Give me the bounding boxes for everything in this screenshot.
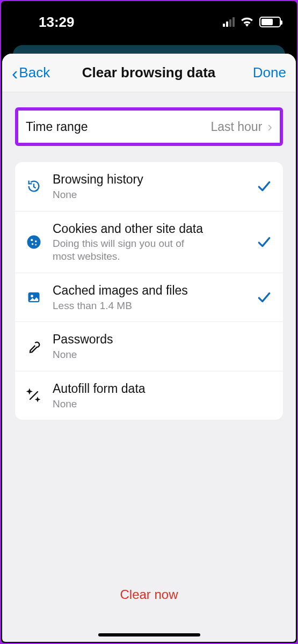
item-subtitle: Less than 1.4 MB (53, 299, 246, 312)
chevron-right-icon: › (267, 119, 272, 135)
item-title: Cached images and files (53, 283, 246, 298)
clear-now-button[interactable]: Clear now (120, 587, 178, 602)
home-indicator[interactable] (98, 633, 200, 636)
status-indicators (223, 14, 281, 31)
item-subtitle: None (53, 398, 246, 411)
footer-bar: Clear now (2, 577, 296, 642)
svg-point-2 (35, 240, 37, 243)
list-item[interactable]: Autofill form data None (15, 371, 283, 420)
battery-icon (259, 17, 281, 27)
item-title: Passwords (53, 332, 246, 347)
time-range-row[interactable]: Time range Last hour › (18, 111, 280, 143)
checkmark-icon (256, 236, 272, 248)
wand-icon (25, 386, 43, 405)
svg-point-1 (31, 239, 33, 241)
list-item[interactable]: Browsing history None (15, 162, 283, 211)
item-subtitle: Doing this will sign you out of most web… (53, 237, 208, 263)
cellular-signal-icon (223, 17, 235, 27)
back-label: Back (19, 64, 50, 81)
checkmark-icon (256, 180, 272, 192)
svg-point-0 (27, 235, 41, 248)
svg-point-6 (31, 295, 33, 297)
item-title: Cookies and other site data (53, 221, 246, 237)
chevron-left-icon: ‹ (12, 64, 18, 82)
time-range-value: Last hour (210, 120, 262, 134)
list-item[interactable]: Cached images and files Less than 1.4 MB (15, 273, 283, 323)
phone-frame: 13:29 ‹ Back Clear browsing data (1, 1, 297, 643)
status-bar: 13:29 (1, 1, 297, 43)
item-title: Autofill form data (53, 381, 246, 397)
cookie-icon (25, 233, 43, 251)
page-title: Clear browsing data (50, 64, 248, 81)
time-range-highlight: Time range Last hour › (15, 107, 283, 146)
nav-header: ‹ Back Clear browsing data Done (2, 54, 296, 92)
history-icon (25, 177, 43, 195)
wifi-icon (240, 14, 254, 31)
image-icon (25, 288, 43, 306)
time-range-value-group: Last hour › (210, 119, 272, 135)
data-types-list: Browsing history None Cookies and other … (15, 162, 283, 420)
checkmark-icon (256, 291, 272, 303)
item-subtitle: None (53, 348, 246, 361)
back-button[interactable]: ‹ Back (12, 64, 50, 82)
done-button[interactable]: Done (248, 64, 286, 81)
time-range-label: Time range (26, 120, 88, 134)
item-subtitle: None (53, 188, 246, 201)
svg-point-4 (35, 244, 37, 245)
item-title: Browsing history (53, 172, 246, 187)
key-icon (25, 338, 43, 356)
list-item[interactable]: Passwords None (15, 322, 283, 371)
modal-sheet: ‹ Back Clear browsing data Done Time ran… (2, 54, 296, 642)
status-time: 13:29 (39, 14, 75, 31)
list-item[interactable]: Cookies and other site data Doing this w… (15, 211, 283, 273)
content-area: Time range Last hour › Browsing history … (2, 92, 296, 642)
svg-point-3 (32, 243, 34, 245)
